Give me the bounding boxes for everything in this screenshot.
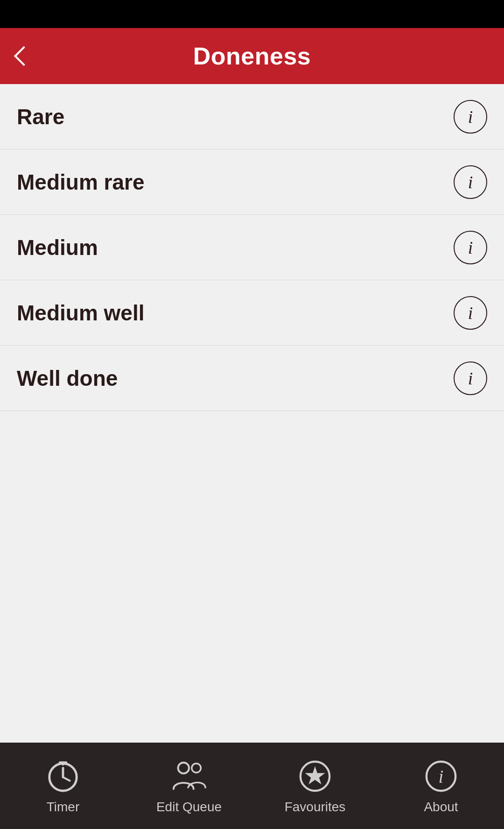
about-icon: i [422,758,460,795]
svg-line-2 [63,777,70,780]
header: Doneness [0,28,504,84]
doneness-item-medium[interactable]: Medium i [0,215,504,280]
doneness-label-rare: Rare [17,104,64,129]
tab-timer[interactable]: Timer [0,758,126,815]
info-button-medium-rare[interactable]: i [454,165,487,199]
info-icon-well-done: i [468,369,473,387]
status-bar [0,0,504,28]
info-button-rare[interactable]: i [454,100,487,134]
doneness-label-medium: Medium [17,235,98,260]
doneness-item-rare[interactable]: Rare i [0,84,504,149]
svg-text:i: i [439,766,444,786]
tab-about-label: About [424,800,458,815]
tab-edit-queue[interactable]: Edit Queue [126,758,252,815]
tab-favourites-label: Favourites [285,800,346,815]
favourites-icon [296,758,334,795]
tab-bar: Timer Edit Queue Favourites [0,743,504,829]
doneness-label-well-done: Well done [17,366,118,391]
info-button-medium-well[interactable]: i [454,296,487,330]
content-area: Rare i Medium rare i Medium i Medium wel… [0,84,504,743]
info-button-medium[interactable]: i [454,231,487,264]
info-icon-rare: i [468,108,473,126]
back-button[interactable] [17,49,31,63]
page-title: Doneness [193,42,311,70]
doneness-label-medium-rare: Medium rare [17,170,145,195]
doneness-item-medium-well[interactable]: Medium well i [0,280,504,346]
info-icon-medium-rare: i [468,173,473,191]
timer-icon [44,758,82,795]
back-chevron-icon [14,46,34,66]
doneness-label-medium-well: Medium well [17,300,144,326]
info-icon-medium-well: i [468,304,473,322]
svg-point-5 [178,762,189,773]
svg-point-6 [192,763,201,772]
doneness-item-medium-rare[interactable]: Medium rare i [0,149,504,215]
tab-favourites[interactable]: Favourites [252,758,378,815]
info-button-well-done[interactable]: i [454,361,487,395]
tab-timer-label: Timer [47,800,80,815]
edit-queue-icon [170,758,208,795]
info-icon-medium: i [468,239,473,256]
tab-about[interactable]: i About [378,758,504,815]
doneness-item-well-done[interactable]: Well done i [0,346,504,411]
tab-edit-queue-label: Edit Queue [156,800,222,815]
svg-marker-8 [305,766,325,784]
